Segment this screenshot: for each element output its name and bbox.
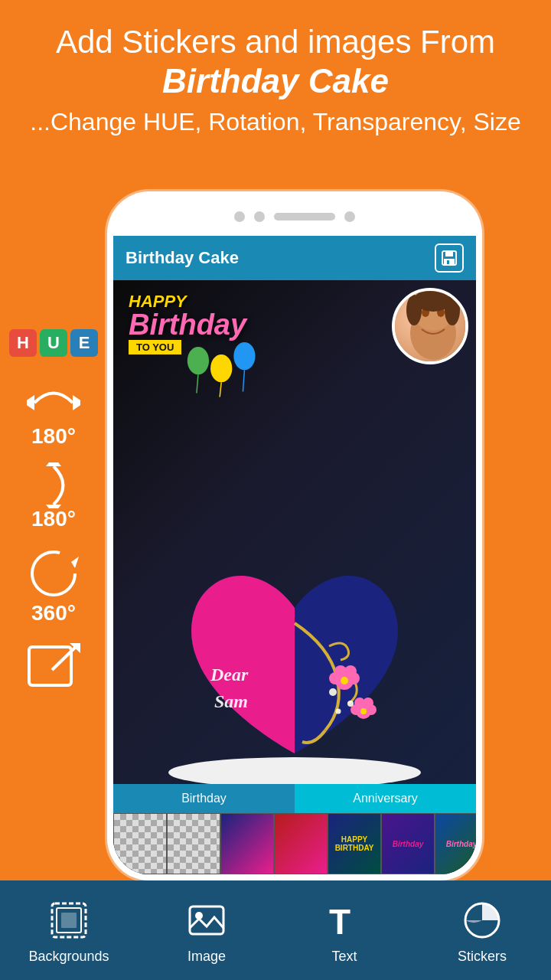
profile-photo [392, 288, 468, 364]
header-subtitle: ...Change HUE, Rotation, Transparency, S… [15, 108, 536, 136]
svg-rect-12 [447, 260, 449, 264]
cake-image-area: HAPPY Birthday TO YOU [113, 280, 476, 784]
category-tabs: Birthday Anniversary [113, 784, 476, 813]
phone-dot-2 [254, 211, 265, 222]
svg-point-24 [406, 295, 422, 325]
svg-line-14 [197, 374, 198, 393]
nav-backgrounds[interactable]: Backgrounds [0, 897, 138, 965]
rotation-180-h-label: 180° [31, 426, 76, 447]
vertical-rotation-icon: 180° [27, 462, 80, 530]
svg-point-32 [341, 677, 348, 684]
phone-mockup: Birthday Cake [107, 191, 482, 880]
rotation-360-label: 360° [31, 603, 76, 624]
svg-point-37 [366, 704, 377, 715]
full-rotation-icon: 360° [25, 545, 83, 624]
hue-badge: H U E [9, 329, 98, 357]
text-icon-wrap: T [321, 897, 368, 944]
svg-marker-5 [71, 557, 79, 568]
happy-birthday-text: HAPPY Birthday TO YOU [129, 292, 246, 354]
resize-icon [25, 639, 83, 696]
nav-stickers[interactable]: Stickers [413, 897, 551, 965]
svg-marker-0 [73, 395, 80, 410]
app-title: Birthday Cake [126, 248, 239, 268]
nav-image[interactable]: Image [138, 897, 276, 965]
horizontal-rotation-icon: 180° [27, 380, 80, 447]
svg-rect-46 [61, 913, 77, 928]
svg-text:T: T [329, 902, 350, 940]
svg-point-4 [32, 552, 75, 595]
svg-rect-6 [29, 647, 71, 685]
tab-anniversary[interactable]: Anniversary [295, 784, 476, 813]
svg-point-39 [329, 688, 337, 696]
birthday-text: Birthday [129, 312, 246, 338]
cake-background: HAPPY Birthday TO YOU [113, 280, 476, 784]
phone-outer: Birthday Cake [107, 191, 482, 880]
svg-text:Sam: Sam [214, 691, 248, 711]
nav-image-label: Image [187, 949, 226, 965]
phone-top-bar [113, 198, 476, 236]
svg-point-40 [347, 701, 354, 707]
hue-e-letter: E [70, 329, 98, 357]
svg-point-30 [329, 672, 341, 684]
header-area: Add Stickers and images From Birthday Ca… [0, 0, 551, 144]
to-you-text: TO YOU [129, 340, 181, 354]
svg-point-26 [168, 757, 421, 784]
nav-stickers-label: Stickers [458, 949, 507, 965]
thumbnail-strip: HAPPYBIRTHDAY Birthday Birthday [113, 813, 476, 874]
header-line2: Birthday Cake [162, 62, 389, 100]
nav-text-label: Text [331, 949, 357, 965]
app-content: Birthday Cake [113, 236, 476, 874]
svg-marker-1 [27, 395, 34, 410]
thumb-4[interactable] [274, 813, 328, 874]
phone-speaker [274, 213, 335, 220]
svg-line-16 [220, 382, 221, 397]
svg-text:Dear: Dear [210, 665, 249, 684]
hue-u-letter: U [40, 329, 67, 357]
thumb-5[interactable]: HAPPYBIRTHDAY [328, 813, 381, 874]
profile-face [395, 291, 465, 361]
svg-line-7 [52, 645, 77, 670]
save-button[interactable] [435, 243, 464, 273]
svg-line-18 [243, 370, 244, 391]
rotation-180-v-label: 180° [31, 508, 76, 530]
svg-point-41 [336, 709, 341, 714]
image-icon-wrap [183, 897, 230, 944]
thumb-6[interactable]: Birthday [381, 813, 435, 874]
header-line1: Add Stickers and images From Birthday Ca… [15, 23, 536, 102]
stickers-icon-wrap [458, 897, 506, 944]
tab-birthday[interactable]: Birthday [113, 784, 295, 813]
phone-camera [344, 211, 355, 222]
nav-backgrounds-label: Backgrounds [28, 949, 109, 965]
app-header: Birthday Cake [113, 236, 476, 280]
svg-rect-10 [445, 251, 453, 256]
svg-marker-2 [46, 462, 61, 466]
thumb-1[interactable] [113, 813, 167, 874]
thumb-7[interactable]: Birthday [435, 813, 476, 874]
backgrounds-icon-wrap [45, 897, 93, 944]
svg-point-31 [347, 672, 360, 684]
left-decorations: H U E 180° 180° 360° [0, 329, 107, 696]
svg-point-38 [360, 708, 367, 714]
thumb-2[interactable] [167, 813, 220, 874]
thumb-3[interactable] [220, 813, 274, 874]
phone-dot-1 [234, 211, 245, 222]
bottom-nav: Backgrounds Image T Text [0, 880, 551, 980]
svg-point-15 [210, 354, 232, 382]
nav-text[interactable]: T Text [276, 897, 413, 965]
hue-h-letter: H [9, 329, 37, 357]
svg-point-25 [445, 295, 460, 325]
